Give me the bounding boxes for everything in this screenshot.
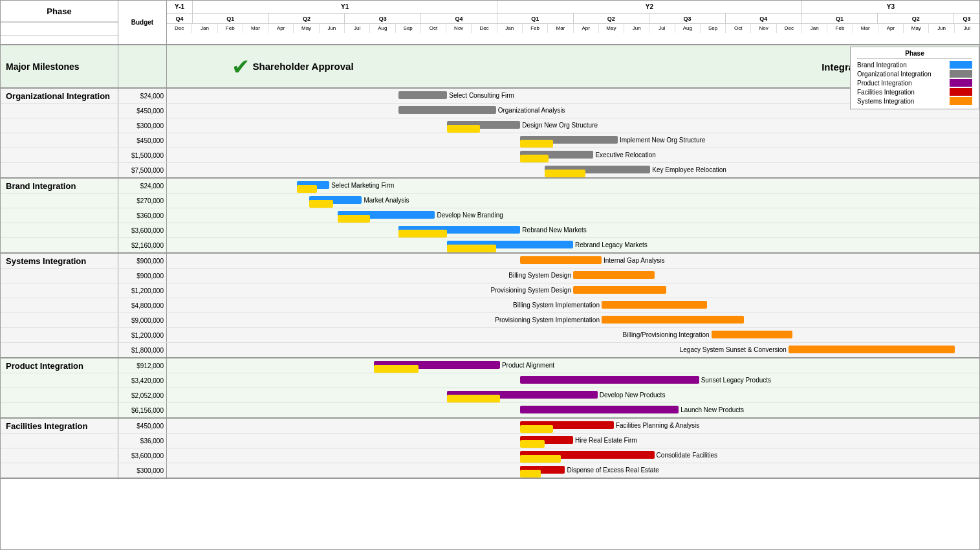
- timeline-cell: Provisioning System Implementation: [167, 313, 979, 327]
- milestone-phase-label: Major Milestones: [1, 45, 118, 87]
- bar-label: Executive Relocation: [593, 151, 655, 160]
- budget-cell: $36,000: [118, 434, 167, 448]
- bar-label: Design New Org Structure: [520, 121, 598, 130]
- bar-label: Provisioning System Implementation: [495, 316, 602, 325]
- phase-header: Phase: [1, 1, 118, 22]
- bar-label: Select Marketing Firm: [329, 181, 394, 190]
- gantt-bar: [398, 91, 447, 99]
- legend-item-facilities: Facilities Integration: [857, 88, 972, 96]
- gantt-bar: [398, 106, 496, 114]
- table-row: $3,600,000Rebrand New Markets: [1, 223, 979, 238]
- budget-cell: $3,600,000: [118, 223, 167, 237]
- bar-label: Internal Gap Analysis: [602, 256, 665, 265]
- bar-label: Dispense of Excess Real Estate: [565, 466, 659, 475]
- phase-cell: [1, 238, 118, 252]
- year-label-y1: Y-1: [167, 1, 193, 13]
- budget-cell: $24,000: [118, 89, 167, 103]
- budget-cell: $1,500,000: [118, 148, 167, 162]
- timeline-cell: Market Analysis: [167, 193, 979, 208]
- timeline-cell: Sunset Legacy Products: [167, 373, 979, 388]
- timeline-cell: Internal Gap Analysis: [167, 254, 979, 268]
- gantt-bar: [602, 301, 707, 309]
- phase-cell: [1, 269, 118, 283]
- bar-label: Key Employee Relocation: [650, 166, 726, 175]
- phase-cell: [1, 283, 118, 298]
- legend-org-label: Organizational Integration: [857, 71, 946, 78]
- bar-label: Implement New Org Structure: [618, 136, 705, 145]
- timeline-header: Y-1 Y1 Y2 Y3 Q4 Q1 Q2 Q3 Q4 Q1 Q2 Q3: [167, 1, 979, 44]
- table-row: $1,800,000Legacy System Sunset & Convers…: [1, 343, 979, 358]
- budget-cell: $300,000: [118, 118, 167, 133]
- budget-cell: $3,600,000: [118, 448, 167, 463]
- legend-item-product: Product Integration: [857, 79, 972, 87]
- budget-header: Budget: [118, 1, 167, 44]
- gantt-bar: [520, 440, 545, 448]
- bar-label: Rebrand New Markets: [520, 226, 586, 235]
- table-row: Organizational Integration$24,000Select …: [1, 89, 979, 104]
- bar-label: Billing System Design: [508, 271, 573, 280]
- phase-cell: Product Integration: [1, 358, 118, 373]
- gantt-bar: [520, 470, 540, 478]
- legend-brand-color: [950, 61, 972, 69]
- gantt-bar: [520, 140, 552, 148]
- timeline-cell: Facilities Planning & Analysis: [167, 419, 979, 433]
- table-row: $9,000,000Provisioning System Implementa…: [1, 313, 979, 328]
- phase-cell: [1, 434, 118, 448]
- gantt-bar: [447, 125, 479, 133]
- phase-cell: [1, 118, 118, 133]
- budget-cell: $900,000: [118, 269, 167, 283]
- gantt-bar: [398, 230, 447, 237]
- legend-product-color: [950, 79, 972, 87]
- gantt-bar: [447, 245, 495, 252]
- table-row: $1,200,000Billing/Provisioning Integrati…: [1, 328, 979, 343]
- budget-cell: $1,800,000: [118, 343, 167, 357]
- legend-box: Phase Brand Integration Organizational I…: [850, 47, 979, 109]
- timeline-cell: Hire Real Estate Firm: [167, 434, 979, 448]
- bar-label: Sunset Legacy Products: [699, 376, 771, 385]
- shareholder-label: Shareholder Approval: [252, 61, 353, 72]
- phase-cell: Organizational Integration: [1, 89, 118, 103]
- phase-cell: [1, 448, 118, 463]
- bar-label: Organizational Analysis: [496, 106, 565, 115]
- bar-label: Market Analysis: [362, 196, 409, 205]
- check-icon: ✔: [232, 54, 250, 80]
- legend-title: Phase: [857, 50, 972, 59]
- timeline-cell: Consolidate Facilities: [167, 448, 979, 463]
- budget-cell: $7,500,000: [118, 163, 167, 177]
- bar-label: Select Consulting Firm: [447, 91, 514, 100]
- table-row: $3,600,000Consolidate Facilities: [1, 448, 979, 463]
- timeline-cell: Design New Org Structure: [167, 118, 979, 133]
- bar-label: Product Alignment: [500, 361, 554, 370]
- table-row: $2,160,000Rebrand Legacy Markets: [1, 238, 979, 254]
- gantt-bar: [789, 346, 955, 353]
- gantt-bar: [520, 455, 561, 463]
- legend-facilities-label: Facilities Integration: [857, 89, 946, 96]
- legend-systems-color: [950, 97, 972, 105]
- table-row: $1,500,000Executive Relocation: [1, 148, 979, 163]
- timeline-cell: Legacy System Sunset & Conversion: [167, 343, 979, 357]
- table-row: $3,420,000Sunset Legacy Products: [1, 373, 979, 388]
- timeline-cell: Select Marketing Firm: [167, 179, 979, 193]
- timeline-cell: Billing System Implementation: [167, 298, 979, 313]
- budget-cell: $2,052,000: [118, 388, 167, 402]
- table-row: $300,000Dispense of Excess Real Estate: [1, 463, 979, 479]
- budget-cell: $270,000: [118, 193, 167, 208]
- milestone-section: Major Milestones ✔ Shareholder Approval …: [1, 45, 979, 89]
- data-rows-container: Organizational Integration$24,000Select …: [1, 89, 979, 479]
- timeline-cell: Executive Relocation: [167, 148, 979, 162]
- budget-cell: $9,000,000: [118, 313, 167, 327]
- legend-item-systems: Systems Integration: [857, 97, 972, 105]
- table-row: $4,800,000Billing System Implementation: [1, 298, 979, 313]
- phase-cell: Brand Integration: [1, 179, 118, 193]
- timeline-cell: Launch New Products: [167, 403, 979, 417]
- timeline-cell: Billing/Provisioning Integration: [167, 328, 979, 342]
- budget-cell: $2,160,000: [118, 238, 167, 252]
- table-row: Systems Integration$900,000Internal Gap …: [1, 254, 979, 269]
- table-row: $7,500,000Key Employee Relocation: [1, 163, 979, 179]
- bar-label: Billing/Provisioning Integration: [623, 331, 712, 340]
- timeline-cell: Product Alignment: [167, 358, 979, 373]
- budget-cell: $450,000: [118, 419, 167, 433]
- budget-cell: $900,000: [118, 254, 167, 268]
- timeline-cell: Develop New Branding: [167, 208, 979, 223]
- gantt-bar: [447, 395, 500, 402]
